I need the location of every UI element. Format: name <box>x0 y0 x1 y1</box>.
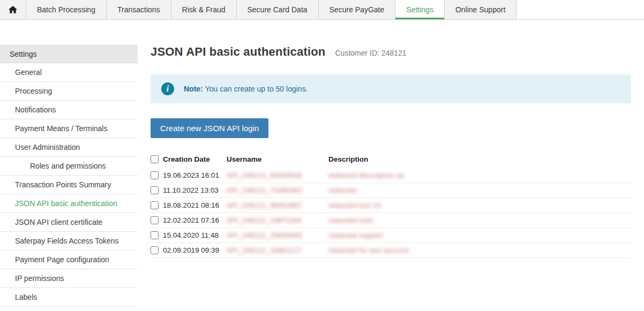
cell-username-redacted: API_248121_86352687 <box>227 201 328 209</box>
top-navigation: Batch ProcessingTransactionsRisk & Fraud… <box>0 0 644 20</box>
cell-description-redacted: redacted support <box>328 231 631 239</box>
nav-tab-settings[interactable]: Settings <box>395 0 445 19</box>
sidebar-item-labels[interactable]: Labels <box>0 288 138 307</box>
customer-id: Customer ID: 248121 <box>335 49 407 57</box>
cell-username-redacted: API_248121_24871164 <box>227 216 328 224</box>
sidebar-item-ip-permissions[interactable]: IP permissions <box>0 269 138 288</box>
nav-tabs: Batch ProcessingTransactionsRisk & Fraud… <box>26 0 516 19</box>
cell-description-redacted: redacted <box>328 186 631 194</box>
nav-tab-batch-processing[interactable]: Batch Processing <box>26 0 107 19</box>
page-title: JSON API basic authentication <box>151 45 326 59</box>
note-label: Note: <box>184 85 203 93</box>
sidebar-item-processing[interactable]: Processing <box>0 82 138 101</box>
sidebar-item-saferpay-fields-access-tokens[interactable]: Saferpay Fields Access Tokens <box>0 232 138 251</box>
row-checkbox[interactable] <box>151 171 159 179</box>
table-header-row: Creation Date Username Description <box>151 151 631 168</box>
note-message: You can create up to 50 logins. <box>205 85 308 93</box>
table-row: 19.06.2023 16:01API_248121_83409045redac… <box>151 168 631 183</box>
row-checkbox[interactable] <box>151 231 159 239</box>
header-description: Description <box>328 155 631 163</box>
cell-creation-date: 15.04.2020 11:48 <box>163 231 227 239</box>
main-content: JSON API basic authentication Customer I… <box>151 45 631 258</box>
row-checkbox[interactable] <box>151 216 159 224</box>
cell-username-redacted: API_248121_29639463 <box>227 231 328 239</box>
sidebar-item-json-api-basic-authentication[interactable]: JSON API basic authentication <box>0 194 138 213</box>
sidebar-item-transaction-points-summary[interactable]: Transaction Points Summary <box>0 176 138 194</box>
home-icon <box>8 5 18 14</box>
sidebar-item-roles-and-permissions[interactable]: Roles and permissions <box>0 157 138 176</box>
sidebar-list: GeneralProcessingNotificationsPayment Me… <box>0 63 138 307</box>
nav-tab-secure-paygate[interactable]: Secure PayGate <box>319 0 396 19</box>
cell-username-redacted: API_248121_73490462 <box>227 186 328 194</box>
header-username: Username <box>227 155 328 163</box>
cell-description-redacted: redacted for test account <box>328 246 631 254</box>
sidebar-item-notifications[interactable]: Notifications <box>0 101 138 119</box>
cell-description-redacted: redacted description aa <box>328 171 631 179</box>
table-row: 11.10.2022 13:03API_248121_73490462redac… <box>151 183 631 198</box>
cell-username-redacted: API_248121_16851127 <box>227 246 328 254</box>
nav-tab-secure-card-data[interactable]: Secure Card Data <box>237 0 319 19</box>
row-checkbox[interactable] <box>151 186 159 194</box>
home-button[interactable] <box>0 0 26 19</box>
cell-creation-date: 18.08.2021 08:16 <box>163 201 227 209</box>
sidebar-item-user-administration[interactable]: User Administration <box>0 138 138 157</box>
note-banner: i Note:You can create up to 50 logins. <box>151 74 631 103</box>
cell-creation-date: 19.06.2023 16:01 <box>163 171 227 179</box>
cell-description-redacted: redacted note <box>328 216 631 224</box>
table-row: 12.02.2021 07:16API_248121_24871164redac… <box>151 213 631 228</box>
cell-username-redacted: API_248121_83409045 <box>227 171 328 179</box>
sidebar-item-general[interactable]: General <box>0 63 138 82</box>
nav-tab-transactions[interactable]: Transactions <box>107 0 171 19</box>
cell-creation-date: 02.09.2019 09:39 <box>163 246 227 254</box>
sidebar-item-json-api-client-certificate[interactable]: JSON API client certificate <box>0 213 138 232</box>
header-creation-date: Creation Date <box>163 155 227 163</box>
sidebar-header: Settings <box>0 45 138 63</box>
sidebar-item-payment-means-terminals[interactable]: Payment Means / Terminals <box>0 119 138 138</box>
note-text: Note:You can create up to 50 logins. <box>184 85 308 93</box>
table-row: 15.04.2020 11:48API_248121_29639463redac… <box>151 228 631 243</box>
cell-creation-date: 11.10.2022 13:03 <box>163 186 227 194</box>
select-all-checkbox[interactable] <box>151 155 159 163</box>
title-row: JSON API basic authentication Customer I… <box>151 45 631 59</box>
table-row: 18.08.2021 08:16API_248121_86352687redac… <box>151 198 631 213</box>
sidebar-item-payment-page-configuration[interactable]: Payment Page configuration <box>0 251 138 269</box>
table-body: 19.06.2023 16:01API_248121_83409045redac… <box>151 168 631 258</box>
table-row: 02.09.2019 09:39API_248121_16851127redac… <box>151 243 631 258</box>
logins-table: Creation Date Username Description 19.06… <box>151 151 631 258</box>
nav-tab-online-support[interactable]: Online Support <box>445 0 516 19</box>
create-json-api-login-button[interactable]: Create new JSON API login <box>151 118 268 138</box>
cell-description-redacted: redacted text 1A <box>328 201 631 209</box>
nav-tab-risk-fraud[interactable]: Risk & Fraud <box>171 0 237 19</box>
sidebar: Settings GeneralProcessingNotificationsP… <box>0 45 138 307</box>
cell-creation-date: 12.02.2021 07:16 <box>163 216 227 224</box>
row-checkbox[interactable] <box>151 246 159 254</box>
row-checkbox[interactable] <box>151 201 159 209</box>
info-icon: i <box>161 82 174 95</box>
